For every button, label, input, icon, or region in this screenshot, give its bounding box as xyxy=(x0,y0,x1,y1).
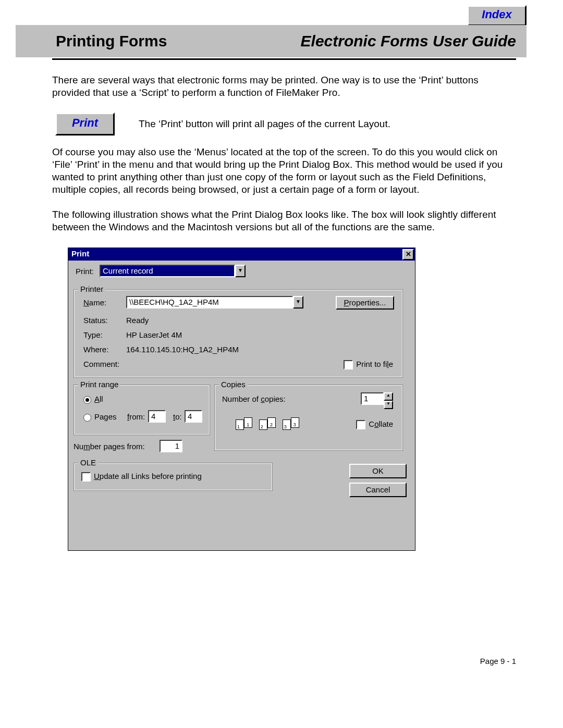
type-value: HP LaserJet 4M xyxy=(126,330,182,339)
name-label: Name: xyxy=(83,298,106,307)
where-value: 164.110.145.10:HQ_1A2_HP4M xyxy=(126,345,239,354)
chevron-down-icon[interactable]: ▼ xyxy=(235,265,246,277)
copies-label: Number of copies: xyxy=(222,394,286,403)
header-band: Printing Forms Electronic Forms User Gui… xyxy=(16,25,527,57)
page-title: Printing Forms xyxy=(56,32,167,50)
properties-button[interactable]: Properties... xyxy=(336,296,394,310)
ole-groupbox: OLE Update all Links before printing xyxy=(74,463,273,491)
header-rule xyxy=(52,58,516,60)
close-icon[interactable]: ✕ xyxy=(402,249,414,260)
status-value: Ready xyxy=(126,316,149,325)
print-button-description: The ‘Print’ button will print all pages … xyxy=(139,118,516,130)
copies-spinner[interactable]: ▲▼ xyxy=(384,392,393,409)
print-to-file-checkbox[interactable]: Print to file xyxy=(344,360,393,369)
ok-button[interactable]: OK xyxy=(349,464,407,478)
printer-legend: Printer xyxy=(78,285,105,293)
page-number: Page 9 - 1 xyxy=(480,657,516,665)
ole-legend: OLE xyxy=(78,458,98,467)
copies-groupbox: Copies Number of copies: 1 ▲▼ 1 1 2 2 3 … xyxy=(214,385,403,451)
all-radio[interactable]: All xyxy=(83,394,103,404)
guide-title: Electronic Forms User Guide xyxy=(301,32,516,50)
number-pages-from-input[interactable]: 1 xyxy=(160,440,182,452)
to-input[interactable]: 4 xyxy=(185,410,202,423)
paragraph-1: There are several ways that electronic f… xyxy=(52,74,516,99)
print-dialog: Print ✕ Print: Current record ▼ Printer … xyxy=(68,248,415,551)
paragraph-2: Of course you may also use the ‘Menus’ l… xyxy=(52,146,516,196)
from-label: from: xyxy=(127,412,145,421)
update-links-checkbox[interactable]: Update all Links before printing xyxy=(81,472,202,482)
from-input[interactable]: 4 xyxy=(148,410,166,423)
to-label: to: xyxy=(173,412,182,421)
dialog-titlebar: Print ✕ xyxy=(68,248,415,261)
status-label: Status: xyxy=(83,316,108,325)
printer-groupbox: Printer Name: \\BEECH\HQ_1A2_HP4M ▼ Prop… xyxy=(74,289,403,378)
print-range-legend: Print range xyxy=(78,380,120,389)
comment-label: Comment: xyxy=(83,360,119,368)
copies-legend: Copies xyxy=(219,380,248,389)
number-pages-from-label: Number pages from: xyxy=(74,442,145,451)
index-button[interactable]: Index xyxy=(467,5,527,26)
print-scope-select[interactable]: Current record xyxy=(100,265,235,277)
cancel-button[interactable]: Cancel xyxy=(349,483,407,497)
dialog-title: Print xyxy=(71,249,89,258)
paragraph-3: The following illustration shows what th… xyxy=(52,208,516,233)
print-range-groupbox: Print range All Pages from: 4 to: 4 xyxy=(74,385,210,435)
print-scope-label: Print: xyxy=(76,267,94,276)
chevron-down-icon[interactable]: ▼ xyxy=(293,296,303,309)
copies-input[interactable]: 1 xyxy=(361,392,384,405)
print-button[interactable]: Print xyxy=(55,113,115,135)
printer-name-select[interactable]: \\BEECH\HQ_1A2_HP4M xyxy=(126,296,293,309)
type-label: Type: xyxy=(83,330,103,339)
where-label: Where: xyxy=(83,345,108,354)
collate-checkbox[interactable]: Collate xyxy=(356,419,393,429)
pages-radio[interactable]: Pages xyxy=(83,412,117,422)
collate-preview-icon: 1 1 2 2 3 3 xyxy=(236,417,297,429)
